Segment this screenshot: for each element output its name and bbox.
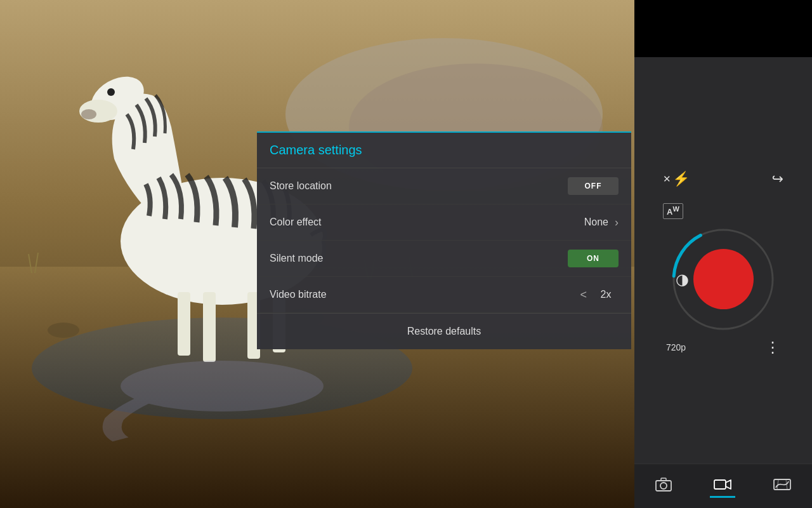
silent-mode-control[interactable]: ON [568, 250, 619, 267]
color-effect-value: None [584, 217, 608, 228]
settings-panel: Camera settings Store location OFF Color… [257, 131, 631, 349]
video-bitrate-control[interactable]: < 2x [580, 288, 619, 302]
silent-mode-value: ON [587, 254, 599, 263]
awb-icon[interactable]: AW [663, 203, 683, 218]
bottom-toolbar [634, 464, 812, 508]
video-bitrate-value: 2x [593, 289, 619, 300]
svg-rect-27 [661, 478, 666, 481]
record-button-container: ◑ [669, 225, 777, 333]
awb-row: AW [663, 203, 783, 218]
camera-background: Camera settings Store location OFF Color… [0, 0, 634, 508]
crescent-icon[interactable]: ◑ [676, 271, 689, 288]
controls-area: ✕ ⚡ ↩ AW ◑ 720p ⋮ [634, 57, 812, 508]
svg-rect-11 [203, 292, 216, 362]
store-location-control[interactable]: OFF [568, 177, 619, 195]
resolution-label: 720p [666, 342, 686, 352]
video-bitrate-label: Video bitrate [270, 289, 327, 300]
toolbar-photo[interactable] [652, 474, 675, 498]
svg-point-9 [81, 109, 96, 119]
panorama-icon[interactable] [770, 475, 794, 498]
svg-point-14 [121, 361, 324, 411]
flash-x-icon: ✕ [663, 173, 671, 185]
video-bitrate-arrow-left[interactable]: < [580, 288, 587, 302]
toolbar-panorama[interactable] [770, 475, 794, 498]
camera-viewfinder: Camera settings Store location OFF Color… [0, 0, 634, 508]
settings-title: Camera settings [257, 133, 631, 168]
color-effect-row: Color effect None › [257, 204, 631, 241]
store-location-label: Store location [270, 180, 332, 192]
color-effect-control[interactable]: None › [584, 216, 619, 229]
toolbar-video[interactable] [710, 475, 735, 498]
restore-defaults-row[interactable]: Restore defaults [257, 313, 631, 349]
flash-control[interactable]: ✕ ⚡ [663, 171, 690, 187]
svg-point-8 [107, 88, 115, 96]
video-active-indicator [710, 496, 735, 498]
photo-icon[interactable] [652, 474, 675, 498]
silent-mode-label: Silent mode [270, 253, 324, 264]
restore-defaults-label: Restore defaults [407, 326, 481, 337]
lightning-icon: ⚡ [672, 171, 690, 187]
svg-point-16 [48, 323, 79, 338]
store-location-toggle[interactable]: OFF [568, 177, 619, 195]
silent-mode-toggle[interactable]: ON [568, 250, 619, 267]
silent-mode-row: Silent mode ON [257, 241, 631, 277]
right-sidebar: ✕ ⚡ ↩ AW ◑ 720p ⋮ [634, 0, 812, 508]
timer-icon[interactable]: ↩ [772, 171, 783, 187]
video-bitrate-row: Video bitrate < 2x [257, 277, 631, 313]
store-location-row: Store location OFF [257, 168, 631, 204]
svg-rect-10 [178, 292, 190, 356]
video-icon[interactable] [710, 475, 735, 498]
color-effect-arrow[interactable]: › [615, 216, 619, 229]
store-location-value: OFF [585, 182, 602, 190]
top-preview[interactable] [634, 0, 812, 57]
svg-rect-28 [714, 480, 726, 489]
color-effect-label: Color effect [270, 217, 322, 228]
svg-point-26 [660, 483, 667, 489]
more-options-icon[interactable]: ⋮ [765, 338, 780, 356]
